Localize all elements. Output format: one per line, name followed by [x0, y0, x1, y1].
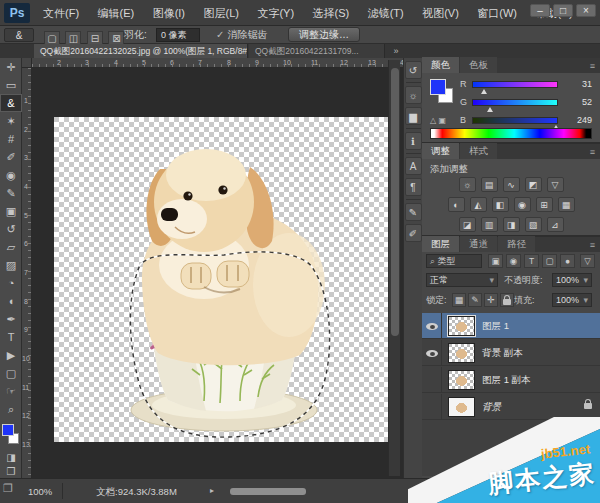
- layer-row-layer1-copy[interactable]: 图层 1 副本: [422, 367, 600, 393]
- tool-magic-wand[interactable]: ✶: [0, 112, 22, 130]
- paragraph-panel-icon[interactable]: ¶: [405, 178, 422, 196]
- tab-channels[interactable]: 通道: [460, 236, 497, 252]
- menu-file[interactable]: 文件(F): [36, 0, 86, 26]
- gradient-map-icon[interactable]: ▧: [525, 217, 542, 232]
- info-panel-icon[interactable]: ℹ: [405, 132, 422, 150]
- tab-overflow-icon[interactable]: »: [388, 44, 404, 58]
- brightness-contrast-icon[interactable]: ☼: [459, 177, 476, 192]
- feather-input[interactable]: 0 像素: [156, 28, 200, 42]
- new-selection-button[interactable]: ▢: [44, 31, 60, 45]
- tab-color[interactable]: 颜色: [422, 57, 459, 73]
- layer-row-bg-copy[interactable]: 背景 副本: [422, 340, 600, 366]
- screen-mode-icon[interactable]: ❐: [3, 482, 13, 495]
- filter-type-layers-icon[interactable]: T: [524, 254, 539, 268]
- tool-healing-brush[interactable]: ◉: [0, 166, 22, 184]
- tool-eraser[interactable]: ▱: [0, 238, 22, 256]
- panel-menu-icon[interactable]: ≡: [585, 238, 600, 252]
- horizontal-ruler[interactable]: 2 3 4 5 6 7 8 9 10 11 12 13 14: [32, 58, 403, 68]
- posterize-icon[interactable]: ▥: [481, 217, 498, 232]
- photo-filter-icon[interactable]: ◉: [514, 197, 531, 212]
- filter-adjustment-layers-icon[interactable]: ◉: [506, 254, 521, 268]
- layer-thumbnail[interactable]: [448, 397, 475, 417]
- tool-crop[interactable]: #: [0, 130, 22, 148]
- layer-name[interactable]: 图层 1 副本: [482, 374, 531, 387]
- visibility-toggle[interactable]: [422, 394, 442, 420]
- tab-document-inactive[interactable]: QQ截图20160422131709...: [249, 44, 385, 58]
- panel-menu-icon[interactable]: ≡: [585, 59, 600, 73]
- layer-row-background[interactable]: 背景: [422, 394, 600, 420]
- filter-pixel-layers-icon[interactable]: ▣: [488, 254, 503, 268]
- tool-eyedropper[interactable]: ✐: [0, 148, 22, 166]
- history-panel-icon[interactable]: ↺: [405, 61, 422, 79]
- tool-move[interactable]: ✛: [0, 58, 22, 76]
- lock-pixels-icon[interactable]: ✎: [468, 293, 482, 307]
- histogram-panel-icon[interactable]: ▆: [405, 107, 422, 125]
- tool-shape[interactable]: ▢: [0, 364, 22, 382]
- horizontal-scrollbar-thumb[interactable]: [230, 488, 306, 495]
- levels-icon[interactable]: ▤: [481, 177, 498, 192]
- red-slider-thumb[interactable]: [481, 89, 487, 94]
- tab-styles[interactable]: 样式: [460, 143, 497, 159]
- lock-transparency-icon[interactable]: ▦: [452, 293, 466, 307]
- menu-filter[interactable]: 滤镜(T): [361, 0, 411, 26]
- red-value[interactable]: 31: [564, 79, 592, 89]
- menu-layer[interactable]: 图层(L): [196, 0, 245, 26]
- tool-history-brush[interactable]: ↺: [0, 220, 22, 238]
- tab-layers[interactable]: 图层: [422, 236, 459, 252]
- menu-edit[interactable]: 编辑(E): [91, 0, 142, 26]
- threshold-icon[interactable]: ◨: [503, 217, 520, 232]
- tool-lasso[interactable]: &: [0, 94, 22, 112]
- color-balance-icon[interactable]: ◭: [470, 197, 487, 212]
- tool-hand[interactable]: ☞: [0, 382, 22, 400]
- curves-icon[interactable]: ∿: [503, 177, 520, 192]
- green-slider[interactable]: [472, 99, 558, 106]
- visibility-toggle[interactable]: [422, 313, 442, 339]
- zoom-level-field[interactable]: 100%: [28, 486, 52, 497]
- layer-name[interactable]: 图层 1: [482, 320, 509, 333]
- menu-select[interactable]: 选择(S): [306, 0, 357, 26]
- refine-edge-button[interactable]: 调整边缘…: [288, 27, 360, 42]
- tab-document-active[interactable]: QQ截图20160422132025.jpg @ 100%(图层 1, RGB/…: [34, 44, 248, 58]
- exposure-icon[interactable]: ◩: [525, 177, 542, 192]
- tool-type[interactable]: T: [0, 328, 22, 346]
- selective-color-icon[interactable]: ⊿: [547, 217, 564, 232]
- opacity-input[interactable]: 100%▾: [552, 273, 592, 287]
- tab-swatches[interactable]: 色板: [460, 57, 497, 73]
- menu-image[interactable]: 图像(I): [146, 0, 192, 26]
- maximize-button[interactable]: □: [553, 4, 573, 17]
- tool-dodge[interactable]: ◖: [0, 292, 22, 310]
- gamut-warning-icon[interactable]: △ ▣: [430, 116, 446, 125]
- layer-name[interactable]: 背景 副本: [482, 347, 523, 360]
- layer-name[interactable]: 背景: [482, 401, 501, 414]
- channel-mixer-icon[interactable]: ⊞: [536, 197, 553, 212]
- vertical-ruler[interactable]: 1 2 3 4 5 6 7 8 9 10 11 12 13: [22, 68, 32, 478]
- status-flyout-icon[interactable]: ▸: [210, 486, 214, 495]
- blue-value[interactable]: 249: [564, 115, 592, 125]
- layer-thumbnail[interactable]: [448, 316, 475, 336]
- black-white-icon[interactable]: ◧: [492, 197, 509, 212]
- vertical-scrollbar[interactable]: [388, 60, 400, 476]
- layer-row-layer1[interactable]: 图层 1: [422, 313, 600, 339]
- quick-mask-button[interactable]: ◨: [0, 450, 22, 465]
- antialias-checkbox[interactable]: ✓消除锯齿: [216, 26, 267, 44]
- foreground-color-swatch[interactable]: [430, 79, 446, 95]
- filter-smart-objects-icon[interactable]: ●: [560, 254, 575, 268]
- tool-pen[interactable]: ✒: [0, 310, 22, 328]
- vibrance-icon[interactable]: ▽: [547, 177, 564, 192]
- green-slider-thumb[interactable]: [487, 107, 493, 112]
- visibility-toggle[interactable]: [422, 367, 442, 393]
- close-button[interactable]: ×: [576, 4, 596, 17]
- layer-thumbnail[interactable]: [448, 343, 475, 363]
- menu-window[interactable]: 窗口(W): [470, 0, 524, 26]
- minimize-button[interactable]: –: [530, 4, 550, 17]
- filter-kind-dropdown[interactable]: ⌕ 类型: [426, 254, 482, 268]
- tool-path-selection[interactable]: ▶: [0, 346, 22, 364]
- color-spectrum-bar[interactable]: [430, 128, 592, 139]
- screen-mode-button[interactable]: ❐: [0, 464, 22, 479]
- transparent-canvas[interactable]: [54, 117, 390, 442]
- menu-view[interactable]: 视图(V): [415, 0, 466, 26]
- lock-all-icon[interactable]: [500, 293, 514, 307]
- tool-blur[interactable]: ◔: [0, 274, 22, 292]
- filter-shape-layers-icon[interactable]: ▢: [542, 254, 557, 268]
- layer-thumbnail[interactable]: [448, 370, 475, 390]
